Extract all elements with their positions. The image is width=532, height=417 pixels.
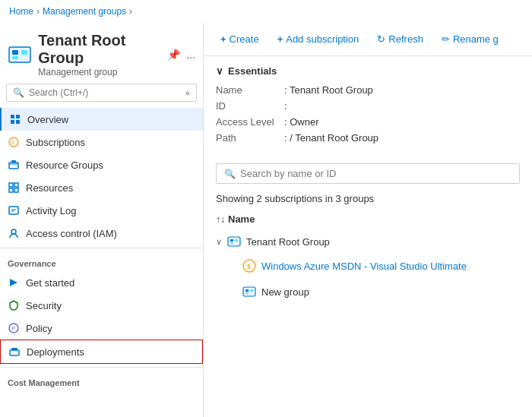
sidebar-item-label: Subscriptions (26, 137, 85, 148)
activity-log-icon (8, 204, 20, 216)
svg-rect-15 (14, 188, 18, 192)
svg-rect-32 (245, 292, 249, 294)
sidebar-item-get-started[interactable]: Get started (0, 271, 203, 294)
svg-rect-30 (245, 289, 249, 292)
svg-rect-16 (9, 207, 18, 214)
sidebar-item-label: Security (26, 300, 62, 311)
essentials-row-name: Name : Tenant Root Group (216, 84, 520, 96)
tree-chevron-down[interactable]: ∨ (216, 237, 222, 247)
iam-icon (8, 227, 20, 239)
tree-root-label: Tenant Root Group (246, 236, 330, 248)
sidebar-item-security[interactable]: Security (0, 294, 203, 317)
new-group-icon (242, 284, 257, 299)
get-started-icon (8, 276, 20, 289)
svg-rect-3 (12, 56, 18, 59)
svg-text:$: $ (11, 140, 14, 145)
subscription-link[interactable]: Windows Azure MSDN - Visual Studio Ultim… (261, 261, 467, 272)
resources-icon (8, 182, 20, 194)
content-search-box: 🔍 (216, 163, 520, 184)
svg-rect-14 (9, 188, 13, 192)
management-group-icon (8, 41, 32, 68)
sidebar-item-resource-groups[interactable]: Resource Groups (0, 153, 203, 176)
breadcrumb-home[interactable]: Home (9, 6, 33, 17)
essentials-row-path: Path : / Tenant Root Group (216, 132, 520, 144)
svg-rect-6 (11, 120, 14, 124)
plus-icon2: + (277, 33, 283, 45)
pin-button[interactable]: 📌 (167, 49, 180, 61)
create-button[interactable]: + Create (213, 29, 267, 49)
main-content: + Create + Add subscription ↻ Refresh ✏ … (204, 23, 532, 417)
tree-item-subscription: $ Windows Azure MSDN - Visual Studio Ult… (204, 254, 532, 278)
table-header: ↑↓ Name (204, 210, 532, 229)
subscription-icon: $ (242, 258, 257, 273)
sidebar-item-activity-log[interactable]: Activity Log (0, 199, 203, 222)
rename-button[interactable]: ✏ Rename g (434, 29, 506, 49)
search-icon: 🔍 (13, 87, 24, 98)
svg-rect-25 (235, 239, 238, 242)
sidebar-search-input[interactable] (29, 87, 135, 98)
page-title: Tenant Root Group (38, 32, 161, 67)
sidebar-item-label: Deployments (27, 346, 84, 358)
svg-text:P: P (12, 326, 16, 331)
deployments-icon (8, 346, 21, 358)
sidebar-search-box: 🔍 « (6, 84, 197, 102)
svg-rect-2 (21, 50, 27, 55)
svg-rect-23 (228, 237, 240, 246)
sidebar-item-label: Resource Groups (26, 160, 103, 171)
breadcrumb-management-groups[interactable]: Management groups (43, 6, 126, 17)
svg-rect-4 (11, 115, 14, 118)
refresh-icon: ↻ (377, 33, 385, 45)
new-group-label: New group (261, 286, 309, 298)
divider2 (0, 367, 203, 368)
governance-section-label: Governance (0, 251, 203, 271)
subscriptions-icon: $ (8, 136, 20, 148)
tree-item-root[interactable]: ∨ Tenant Root Group (204, 229, 532, 254)
svg-point-17 (11, 229, 16, 234)
page-subtitle: Management group (38, 67, 161, 77)
resource-groups-icon (8, 159, 20, 171)
svg-rect-7 (16, 120, 20, 124)
chevron-down-icon: ∨ (216, 65, 223, 77)
showing-text: Showing 2 subscriptions in 3 groups (204, 190, 532, 210)
svg-marker-18 (10, 279, 17, 286)
sidebar-item-policy[interactable]: P Policy (0, 317, 203, 340)
divider (0, 248, 203, 248)
collapse-sidebar-button[interactable]: « (185, 88, 190, 97)
management-group-tree-icon (226, 234, 242, 249)
sidebar: Tenant Root Group Management group 📌 ...… (0, 23, 204, 417)
sort-icon[interactable]: ↑↓ (216, 214, 225, 225)
toolbar: + Create + Add subscription ↻ Refresh ✏ … (204, 23, 532, 56)
overview-icon (9, 113, 21, 125)
sidebar-item-overview[interactable]: Overview (0, 108, 203, 131)
svg-rect-22 (11, 348, 17, 350)
sidebar-item-label: Access control (IAM) (26, 228, 117, 239)
svg-rect-11 (11, 160, 16, 163)
essentials-row-access: Access Level : Owner (216, 116, 520, 128)
sidebar-item-label: Resources (26, 182, 73, 194)
sidebar-item-label: Activity Log (26, 205, 76, 216)
sidebar-item-label: Overview (27, 114, 68, 125)
rename-icon: ✏ (442, 33, 450, 45)
sidebar-item-label: Get started (26, 277, 74, 289)
svg-rect-1 (12, 50, 18, 55)
cost-section-label: Cost Management (0, 371, 203, 390)
svg-rect-12 (9, 183, 13, 187)
essentials-row-id: ID : (216, 100, 520, 112)
add-subscription-button[interactable]: + Add subscription (270, 29, 367, 49)
sidebar-item-subscriptions[interactable]: $ Subscriptions (0, 131, 203, 153)
sidebar-item-label: Policy (26, 323, 52, 334)
refresh-button[interactable]: ↻ Refresh (369, 29, 431, 49)
sidebar-item-resources[interactable]: Resources (0, 176, 203, 199)
svg-rect-5 (16, 115, 20, 118)
more-button[interactable]: ... (186, 49, 195, 61)
security-icon (8, 299, 20, 311)
sidebar-item-iam[interactable]: Access control (IAM) (0, 222, 203, 245)
content-search-input[interactable] (240, 168, 511, 179)
svg-rect-24 (230, 239, 233, 242)
breadcrumb: Home › Management groups › (0, 0, 532, 23)
svg-rect-0 (9, 47, 30, 62)
essentials-section: ∨ Essentials Name : Tenant Root Group ID… (204, 56, 532, 157)
svg-rect-13 (14, 183, 18, 187)
search-icon2: 🔍 (224, 169, 236, 179)
sidebar-item-deployments[interactable]: Deployments (0, 340, 203, 364)
